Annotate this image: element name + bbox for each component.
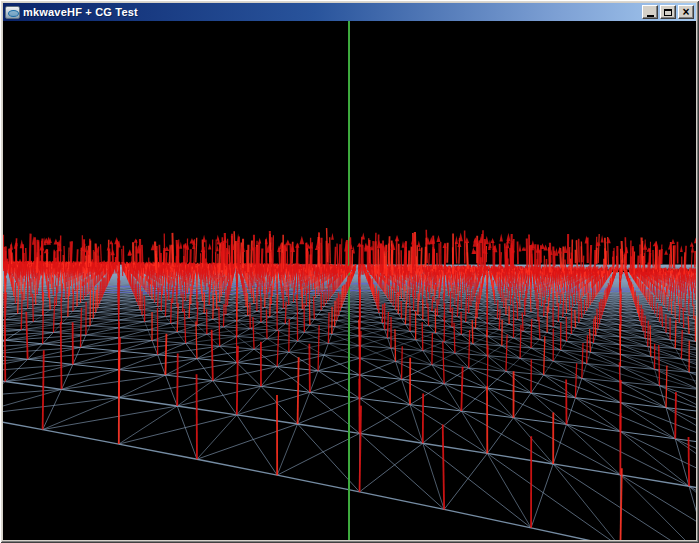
minimize-button[interactable]	[642, 5, 658, 19]
app-icon[interactable]	[5, 6, 20, 19]
close-icon: ×	[682, 7, 689, 17]
viewport	[3, 21, 696, 540]
window-title: mkwaveHF + CG Test	[23, 3, 640, 21]
window-controls: ×	[640, 5, 694, 19]
app-window: mkwaveHF + CG Test ×	[0, 0, 699, 543]
titlebar[interactable]: mkwaveHF + CG Test ×	[3, 3, 696, 21]
maximize-button[interactable]	[660, 5, 676, 19]
3d-viewport-canvas[interactable]	[3, 21, 696, 540]
minimize-icon	[647, 15, 654, 17]
maximize-icon	[664, 9, 672, 16]
close-button[interactable]: ×	[678, 5, 694, 19]
